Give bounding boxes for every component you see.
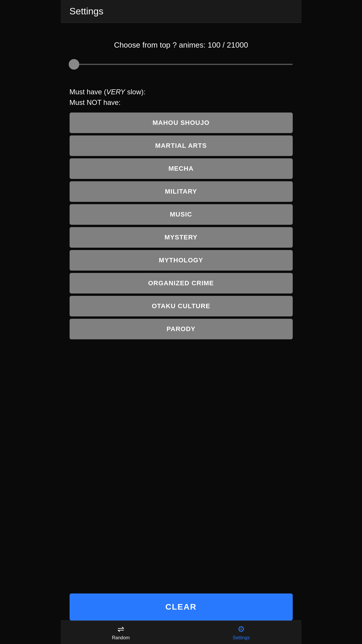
gear-icon: ⚙ bbox=[238, 624, 245, 634]
bottom-nav: ⇌ Random ⚙ Settings bbox=[61, 620, 302, 644]
nav-random-label: Random bbox=[112, 635, 129, 640]
must-have-suffix: slow): bbox=[125, 88, 145, 96]
page-title: Settings bbox=[70, 6, 104, 16]
genre-button-martial-arts[interactable]: MARTIAL ARTS bbox=[70, 135, 293, 156]
genre-button-mystery[interactable]: MYSTERY bbox=[70, 227, 293, 248]
genre-button-parody[interactable]: PARODY bbox=[70, 319, 293, 339]
nav-random[interactable]: ⇌ Random bbox=[61, 621, 181, 644]
slider-section: Choose from top ? animes: 100 / 21000 bbox=[70, 41, 293, 70]
slider-track bbox=[70, 64, 293, 65]
must-have-label: Must have (VERY slow): bbox=[70, 88, 293, 96]
genre-button-military[interactable]: MILITARY bbox=[70, 181, 293, 202]
must-not-have-label: Must NOT have: bbox=[70, 98, 293, 107]
genre-button-organized-crime[interactable]: ORGANIZED CRIME bbox=[70, 273, 293, 294]
nav-settings[interactable]: ⚙ Settings bbox=[181, 621, 302, 644]
genre-button-otaku-culture[interactable]: OTAKU CULTURE bbox=[70, 296, 293, 316]
header: Settings bbox=[61, 0, 302, 23]
must-have-prefix: Must have ( bbox=[70, 88, 106, 96]
main-content: Choose from top ? animes: 100 / 21000 Mu… bbox=[61, 23, 302, 375]
slider-container[interactable] bbox=[70, 58, 293, 70]
slider-label: Choose from top ? animes: 100 / 21000 bbox=[70, 41, 293, 50]
slider-thumb[interactable] bbox=[69, 59, 79, 70]
clear-button[interactable]: CLEAR bbox=[70, 593, 293, 620]
genre-button-mythology[interactable]: MYTHOLOGY bbox=[70, 250, 293, 271]
genre-button-mahou-shoujo[interactable]: MAHOU SHOUJO bbox=[70, 113, 293, 133]
genre-button-mecha[interactable]: MECHA bbox=[70, 158, 293, 179]
genre-list: MAHOU SHOUJO MARTIAL ARTS MECHA MILITARY… bbox=[70, 113, 293, 339]
must-have-section: Must have (VERY slow): Must NOT have: bbox=[70, 88, 293, 107]
clear-button-container: CLEAR bbox=[61, 593, 302, 620]
genre-button-music[interactable]: MUSIC bbox=[70, 204, 293, 225]
nav-settings-label: Settings bbox=[233, 635, 250, 640]
shuffle-icon: ⇌ bbox=[117, 624, 124, 634]
must-have-italic: VERY bbox=[106, 88, 125, 96]
